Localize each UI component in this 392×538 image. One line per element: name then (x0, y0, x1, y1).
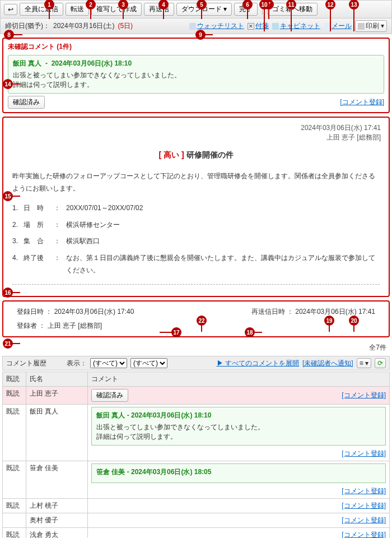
registrar-label: 登録者 ： (17, 322, 45, 330)
comment-body-box: 笹倉 佳美 - 2024年03月06日(水) 18:05 (91, 463, 386, 483)
message-item: 1.日 時：20XX/07/01～20XX/07/02 (12, 200, 380, 217)
register-comment-link[interactable]: [コメント登録] (340, 98, 384, 107)
reg-date-value: 2024年03月06日(水) 17:40 (54, 308, 134, 316)
table-row: 既読上村 桃子[コメント登録] (3, 499, 390, 513)
cell-name: 上田 恵子 (26, 387, 88, 405)
cell-comment: [コメント登録] (88, 499, 390, 513)
priority-tag: [ 高い ] (159, 150, 184, 159)
history-toolbar: コメント履歴 表示： (すべて) (すべて) ▶ すべてのコメントを展開 [未確… (2, 356, 390, 370)
cabinet-icon (272, 23, 279, 30)
cell-comment: 確認済み[コメント登録] (88, 387, 390, 405)
back-button[interactable]: ↩ (4, 4, 17, 15)
comment-datetime: 2024年03月06日(水) 18:10 (52, 59, 132, 67)
toolbar-separator (262, 4, 263, 15)
total-count-top: 全7件 (0, 341, 392, 355)
table-row: 既読飯田 真人飯田 真人 - 2024年03月06日(水) 18:10出張と被っ… (3, 405, 390, 461)
cell-comment: 笹倉 佳美 - 2024年03月06日(水) 18:05[コメント登録] (88, 461, 390, 499)
cell-name: 浅倉 勇太 (26, 528, 88, 538)
comment-body-box: 飯田 真人 - 2024年03月06日(水) 18:10出張と被ってしまい参加で… (91, 407, 386, 446)
main-toolbar: ↩ 全員に返信 転送 複写して作成 再送信 ダウンロード ▾ 完了 ゴミ箱へ移動 (0, 0, 392, 18)
confirmed-button[interactable]: 確認済み (8, 96, 45, 109)
table-row: 既読笹倉 佳美笹倉 佳美 - 2024年03月06日(水) 18:05[コメント… (3, 461, 390, 499)
cell-status: 既読 (3, 461, 26, 499)
message-body-box: 2024年03月06日(水) 17:41 上田 恵子 [総務部] [ 高い ] … (2, 117, 390, 297)
register-comment-link-row[interactable]: [コメント登録] (342, 502, 386, 509)
unconfirmed-comment: 飯田 真人 - 2024年03月06日(水) 18:10 出張と被ってしまい参加… (8, 55, 384, 94)
list-menu-button[interactable]: ≡ ▾ (357, 358, 371, 368)
cell-name: 飯田 真人 (26, 405, 88, 461)
deadline-value: 2024年03月16日(土) (53, 21, 114, 31)
comment-line2: 詳細は伺って説明します。 (13, 80, 379, 90)
message-item: 2.場 所：横浜研修センター (12, 217, 380, 234)
comment-line1: 出張と被ってしまい参加できなくなってしまいました。 (13, 71, 379, 80)
resend-date-label: 再送信日時 ： (251, 308, 293, 316)
registration-info-box: 登録日時 ： 2024年03月06日(水) 17:40 再送信日時 ： 2024… (2, 300, 390, 337)
comments-table: 既読 氏名 コメント 既読上田 恵子確認済み[コメント登録]既読飯田 真人飯田 … (2, 372, 390, 538)
deadline-label: 締切日(猶予)： (5, 21, 50, 31)
table-row: 既読上田 恵子確認済み[コメント登録] (3, 387, 390, 405)
cell-comment: [コメント登録] (88, 528, 390, 538)
cell-comment: [コメント登録] (88, 513, 390, 528)
cell-status (3, 513, 26, 528)
cell-name: 奥村 優子 (26, 513, 88, 528)
confirmed-button-row[interactable]: 確認済み (91, 389, 128, 402)
notify-unconfirmed-link[interactable]: [未確認者へ通知] (302, 359, 353, 368)
table-row: 既読浅倉 勇太[コメント登録] (3, 528, 390, 538)
filter-select-2[interactable]: (すべて) (130, 358, 167, 368)
close-icon[interactable]: ✕ (248, 23, 254, 30)
message-lead: 昨年実施した研修のフォローアップコースとして下記のとおり、管理職研修会を開催しま… (12, 170, 380, 194)
cell-status: 既読 (3, 387, 26, 405)
table-row: 奥村 優子[コメント登録] (3, 513, 390, 528)
grace-days: (5日) (118, 21, 133, 31)
col-comment: コメント (88, 372, 390, 387)
registrar-value: 上田 恵子 [総務部] (48, 322, 102, 330)
col-status: 既読 (3, 372, 26, 387)
print-button[interactable]: 印刷 ▾ (355, 20, 387, 32)
message-sender: 上田 恵子 [総務部] (11, 133, 381, 142)
mail-icon (324, 23, 330, 30)
duplicate-button[interactable]: 複写して作成 (91, 3, 142, 16)
cell-status: 既読 (3, 405, 26, 461)
message-sent-at: 2024年03月06日(水) 17:41 (11, 123, 381, 133)
cell-comment: 飯田 真人 - 2024年03月06日(水) 18:10出張と被ってしまい参加で… (88, 405, 390, 461)
watchlist-link[interactable]: ウォッチリスト (197, 22, 244, 30)
unconfirmed-comments-box: 未確認コメント (1件) 飯田 真人 - 2024年03月06日(水) 18:1… (2, 38, 390, 113)
forward-button[interactable]: 転送 (66, 3, 89, 16)
fusen-link[interactable]: 付箋 (255, 22, 269, 30)
comment-author: 飯田 真人 (13, 59, 41, 67)
cell-status: 既読 (3, 499, 26, 513)
reload-button[interactable]: ⟳ (375, 358, 386, 368)
message-title: 研修開催の件 (186, 150, 234, 159)
resend-date-value: 2024年03月06日(水) 17:41 (295, 308, 375, 316)
filter-select-1[interactable]: (すべて) (90, 358, 127, 368)
register-comment-link-row[interactable]: [コメント登録] (342, 531, 386, 538)
register-comment-link-row[interactable]: [コメント登録] (342, 391, 386, 400)
col-name: 氏名 (26, 372, 88, 387)
mail-link[interactable]: メール (332, 22, 352, 30)
cell-name: 笹倉 佳美 (26, 461, 88, 499)
cell-status: 既読 (3, 528, 26, 538)
show-label: 表示： (67, 359, 87, 368)
watchlist-icon (189, 23, 196, 30)
message-item: 3.集 合：横浜駅西口 (12, 233, 380, 250)
history-title: コメント履歴 (6, 359, 46, 368)
register-comment-link-row[interactable]: [コメント登録] (342, 516, 386, 524)
complete-button[interactable]: 完了 (234, 3, 258, 16)
register-comment-link-row[interactable]: [コメント登録] (342, 449, 386, 457)
reg-date-label: 登録日時 ： (17, 308, 52, 316)
unconfirmed-title: 未確認コメント (1件) (8, 42, 384, 52)
expand-all-link[interactable]: ▶ すべてのコメントを展開 (217, 359, 299, 368)
cell-name: 上村 桃子 (26, 499, 88, 513)
message-item: 4.終了後：なお、第１日目の講義終了後に懇親会を開催いたします。また、講義中はカ… (12, 250, 380, 279)
print-icon (358, 23, 365, 30)
reply-all-button[interactable]: 全員に返信 (20, 3, 63, 16)
cabinet-link[interactable]: キャビネット (280, 22, 320, 30)
download-button[interactable]: ダウンロード ▾ (176, 3, 232, 16)
sub-toolbar: 締切日(猶予)： 2024年03月16日(土) (5日) ウォッチリスト ✕付箋… (0, 18, 392, 34)
trash-button[interactable]: ゴミ箱へ移動 (267, 3, 318, 16)
resend-button[interactable]: 再送信 (144, 3, 174, 16)
register-comment-link-row[interactable]: [コメント登録] (342, 487, 386, 495)
message-divider (12, 284, 380, 285)
